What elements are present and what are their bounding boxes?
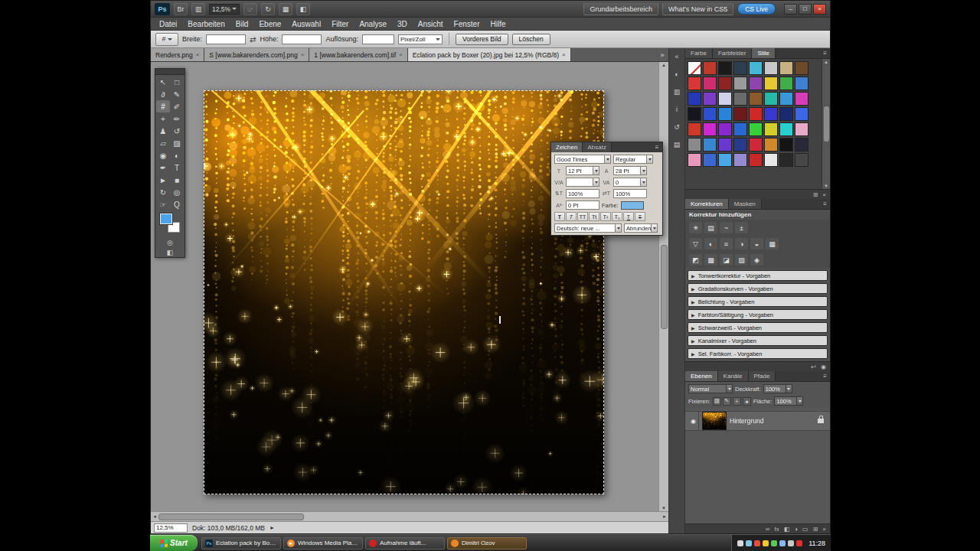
new-adjustment-layer-icon[interactable]: ◑ [794,526,798,533]
superscript-button[interactable]: T¹ [600,212,611,221]
styles-scrollbar[interactable]: ▲ ▼ [822,59,830,189]
layer-visibility-icon[interactable]: ◉ [688,412,699,430]
tool-preset-picker[interactable]: # [155,33,178,46]
close-tab-icon[interactable]: × [196,51,200,58]
style-swatch-53[interactable] [749,153,763,167]
horizontal-scroll-thumb[interactable] [158,514,304,520]
shape-tool[interactable]: ■ [170,174,184,186]
restore-button[interactable]: □ [799,4,812,15]
style-swatch-5[interactable] [749,61,763,75]
rotate-3d-tool[interactable]: ↻ [156,186,170,198]
baseline-field[interactable]: 0 Pt [566,201,599,210]
zoom-level-select[interactable]: 12,5% [209,4,240,15]
rotate-view-icon[interactable]: ↻ [261,3,275,15]
font-style-select[interactable]: Regular [613,155,653,164]
tab-kanäle[interactable]: Kanäle [718,371,749,381]
panel-menu-icon[interactable]: ≡ [820,199,830,209]
pen-tool[interactable]: ✒ [156,161,170,174]
curves-icon[interactable]: ~ [720,222,733,233]
style-swatch-52[interactable] [733,153,747,167]
clear-button[interactable]: Löschen [512,34,550,45]
style-swatch-7[interactable] [779,61,793,75]
subscript-button[interactable]: T₁ [612,212,622,221]
menu-fenster[interactable]: Fenster [449,19,485,29]
hue-saturation-icon[interactable]: ◐ [704,238,717,249]
menu-filter[interactable]: Filter [326,19,354,29]
style-swatch-18[interactable] [703,92,717,106]
tab-zeichen[interactable]: Zeichen [551,142,583,152]
preset-kanalmixer-vorgaben[interactable]: ▶Kanalmixer - Vorgaben [688,335,828,346]
gradient-tool[interactable]: ▨ [170,137,184,149]
task-dimitri-ozov[interactable]: Dimitri Ozov [447,537,527,549]
style-swatch-22[interactable] [764,92,778,106]
scroll-up-icon[interactable]: ▲ [662,63,666,67]
lock-pixels-icon[interactable]: ✎ [723,397,731,406]
font-size-select[interactable]: 12 Pt [566,166,599,175]
quick-selection-tool[interactable]: ✎ [170,88,184,100]
screen-mode-icon[interactable]: ◧ [296,3,310,15]
style-swatch-14[interactable] [764,77,778,90]
task-aufnahme-läuft[interactable]: Aufnahme läuft... [365,537,445,549]
delete-layer-icon[interactable]: × [822,526,826,533]
tab-ebenen[interactable]: Ebenen [685,371,718,381]
document-image[interactable] [204,90,604,494]
style-swatch-2[interactable] [703,61,717,75]
style-swatch-1[interactable] [688,61,701,75]
style-swatch-49[interactable] [688,153,701,167]
close-tab-icon[interactable]: × [399,51,403,58]
color-balance-icon[interactable]: ≡ [720,238,733,249]
move-tool[interactable]: ↖ [156,76,170,88]
style-swatch-39[interactable] [779,122,793,136]
lock-position-icon[interactable]: + [733,397,741,406]
photo-filter-icon[interactable]: ◒ [750,238,763,249]
history-brush-tool[interactable]: ↺ [170,125,184,137]
style-swatch-54[interactable] [764,153,778,167]
tab-pfade[interactable]: Pfade [749,371,776,381]
fill-field[interactable]: 100% [774,396,803,406]
font-family-select[interactable]: Good Times [554,155,611,164]
panel-toggle-icon[interactable]: ◉ [821,364,826,370]
preset-belichtung-vorgaben[interactable]: ▶Belichtung - Vorgaben [688,296,828,307]
blur-tool[interactable]: ◉ [156,149,170,161]
preset-gradationskurven-vorgaben[interactable]: ▶Gradationskurven - Vorgaben [688,283,828,294]
scroll-up-icon[interactable]: ▲ [824,60,828,64]
view-extras-icon[interactable]: ▥ [191,3,205,15]
menu-auswahl[interactable]: Auswahl [286,19,326,29]
canvas-area[interactable]: ↖□∂✎#✐+✏♟↺▱▨◉◐✒T►■↻◎☞Q ◎ ◧ ZeichenAbsatz… [151,62,668,511]
style-swatch-17[interactable] [688,92,701,106]
gradient-map-icon[interactable]: ▨ [735,254,748,266]
tray-battery-icon[interactable] [788,540,794,546]
tab-absatz[interactable]: Absatz [583,142,611,152]
scroll-down-icon[interactable]: ▼ [662,506,666,510]
lock-transparency-icon[interactable]: ▨ [713,397,721,406]
brightness-contrast-icon[interactable]: ☀ [689,222,702,233]
whats-new-menu[interactable]: What's New in CS5 [662,3,733,15]
style-swatch-16[interactable] [795,77,808,90]
brush-tool[interactable]: ✏ [170,112,184,125]
style-swatch-32[interactable] [795,107,808,121]
zoom-tool[interactable]: Q [170,198,184,210]
hand-tool[interactable]: ☞ [156,198,170,210]
scroll-down-icon[interactable]: ▼ [824,184,828,188]
task-eclation-pack-by-boxe[interactable]: PsEclation pack by Boxe... [201,537,281,549]
front-image-button[interactable]: Vorderes Bild [456,34,508,45]
height-input[interactable] [282,34,322,44]
tab-korrekturen[interactable]: Korrekturen [685,199,729,209]
workspace-switcher[interactable]: Grundarbeitsbereich [583,3,658,15]
strikethrough-button[interactable]: T [635,212,645,221]
menu-ansicht[interactable]: Ansicht [413,19,449,29]
tab-overflow-icon[interactable]: » [656,48,668,61]
new-group-icon[interactable]: ▭ [802,526,808,533]
threshold-icon[interactable]: ◪ [720,254,733,266]
style-swatch-33[interactable] [688,122,701,136]
close-tab-icon[interactable]: × [301,51,305,58]
swap-dimensions-icon[interactable]: ⇄ [250,35,256,44]
info-panel-icon[interactable]: i [671,104,683,115]
style-swatch-35[interactable] [718,122,732,136]
small-caps-button[interactable]: Tt [589,212,599,221]
panel-menu-icon[interactable]: ≡ [820,48,830,58]
color-panel-icon[interactable]: ◐ [671,69,683,80]
menu-hilfe[interactable]: Hilfe [485,19,511,29]
faux-bold-button[interactable]: T [554,212,565,221]
style-swatch-42[interactable] [703,138,717,152]
